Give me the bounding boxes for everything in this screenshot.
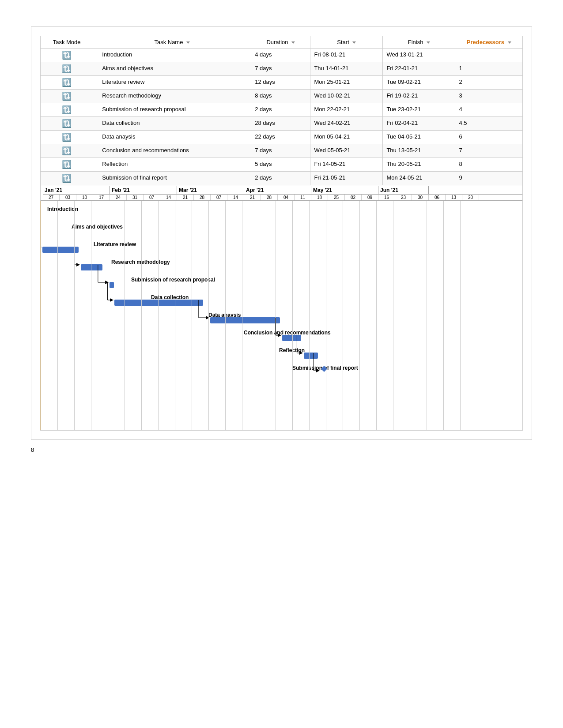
- predecessors-cell: 4,5: [455, 117, 523, 131]
- th-start[interactable]: Start: [310, 36, 383, 49]
- month-label: Mar '21: [177, 186, 244, 194]
- task-mode-cell: 🔃: [41, 76, 93, 90]
- gantt-grid-line: [57, 201, 58, 430]
- gantt-grid-line: [141, 201, 142, 430]
- gantt-grid-line: [175, 201, 175, 430]
- finish-cell: Thu 13-05-21: [383, 144, 455, 158]
- finish-sort-icon: [427, 41, 430, 44]
- start-cell: Fri 08-01-21: [310, 49, 383, 62]
- th-task-name[interactable]: Task Name: [93, 36, 251, 49]
- week-label: 11: [295, 195, 311, 200]
- duration-cell: 7 days: [251, 62, 310, 76]
- gantt-bar-row: Submission of final report: [45, 364, 518, 382]
- gantt-bar-row: Submission of research proposal: [45, 276, 518, 293]
- predecessors-cell: 3: [455, 90, 523, 103]
- gantt-bar: [304, 353, 318, 359]
- start-cell: Mon 05-04-21: [310, 131, 383, 144]
- task-mode-cell: 🔃: [41, 172, 93, 185]
- month-label: Jan '21: [43, 186, 110, 194]
- duration-cell: 12 days: [251, 76, 310, 90]
- task-mode-cell: 🔃: [41, 62, 93, 76]
- duration-cell: 8 days: [251, 90, 310, 103]
- predecessors-cell: 6: [455, 131, 523, 144]
- week-label: 20: [462, 195, 479, 200]
- gantt-task-label: Literature review: [94, 241, 136, 248]
- finish-cell: Fri 19-02-21: [383, 90, 455, 103]
- week-label: 30: [412, 195, 429, 200]
- gantt-grid-line: [208, 201, 209, 430]
- month-label: Apr '21: [244, 186, 311, 194]
- week-label: 14: [227, 195, 244, 200]
- table-row: 🔃Reflection5 daysFri 14-05-21Thu 20-05-2…: [41, 158, 523, 172]
- gantt-grid-line: [74, 201, 75, 430]
- finish-cell: Tue 23-02-21: [383, 103, 455, 117]
- week-label: 14: [160, 195, 177, 200]
- gantt-bar: [81, 264, 102, 270]
- week-label: 07: [211, 195, 227, 200]
- gantt-bar-row: Aims and objectives: [45, 223, 518, 240]
- duration-sort-icon: [291, 41, 295, 44]
- month-labels-row: Jan '21Feb '21Mar '21Apr '21May '21Jun '…: [43, 186, 522, 195]
- gantt-grid-line: [259, 201, 259, 430]
- gantt-bar: [210, 317, 280, 323]
- duration-cell: 2 days: [251, 172, 310, 185]
- gantt-chart-section: Jan '21Feb '21Mar '21Apr '21May '21Jun '…: [40, 185, 523, 431]
- gantt-grid-line: [91, 201, 91, 430]
- task-mode-cell: 🔃: [41, 131, 93, 144]
- table-row: 🔃Data anaysis22 daysMon 05-04-21Tue 04-0…: [41, 131, 523, 144]
- table-row: 🔃Submission of research proposal2 daysMo…: [41, 103, 523, 117]
- week-label: 18: [311, 195, 328, 200]
- gantt-grid-line: [443, 201, 444, 430]
- finish-cell: Tue 04-05-21: [383, 131, 455, 144]
- start-cell: Wed 24-02-21: [310, 117, 383, 131]
- start-cell: Fri 14-05-21: [310, 158, 383, 172]
- task-name-cell: Research methodology: [93, 90, 251, 103]
- gantt-grid-line: [276, 201, 276, 430]
- week-label: 31: [127, 195, 144, 200]
- task-name-cell: Submission of research proposal: [93, 103, 251, 117]
- th-finish[interactable]: Finish: [383, 36, 455, 49]
- task-name-sort-icon: [186, 41, 190, 44]
- week-label: 02: [345, 195, 362, 200]
- th-duration[interactable]: Duration: [251, 36, 310, 49]
- gantt-task-label: Aims and objectives: [72, 224, 123, 230]
- predecessors-cell: 9: [455, 172, 523, 185]
- week-label: 28: [261, 195, 278, 200]
- week-label: 28: [194, 195, 211, 200]
- gantt-grid-line: [158, 201, 159, 430]
- gantt-grid-line: [192, 201, 192, 430]
- month-label: Jun '21: [378, 186, 429, 194]
- task-mode-icon: 🔃: [62, 147, 72, 155]
- table-row: 🔃Submission of final report2 daysFri 21-…: [41, 172, 523, 185]
- gantt-table: Task Mode Task Name Duration Start Finis…: [40, 36, 523, 185]
- th-task-mode[interactable]: Task Mode: [41, 36, 93, 49]
- gantt-grid-line: [292, 201, 293, 430]
- th-predecessors[interactable]: Predecessors: [455, 36, 523, 49]
- gantt-bar-row: Introduction: [45, 205, 518, 223]
- week-label: 13: [446, 195, 462, 200]
- today-line: [41, 201, 41, 430]
- start-cell: Mon 22-02-21: [310, 103, 383, 117]
- task-mode-icon: 🔃: [62, 174, 72, 182]
- table-row: 🔃Research methodology8 daysWed 10-02-21F…: [41, 90, 523, 103]
- gantt-bar-row: Data anaysis: [45, 311, 518, 329]
- task-mode-icon: 🔃: [62, 92, 72, 100]
- gantt-grid-line: [326, 201, 326, 430]
- gantt-bar-row: Literature review: [45, 240, 518, 258]
- task-mode-icon: 🔃: [62, 65, 72, 73]
- week-label: 21: [177, 195, 194, 200]
- week-label: 25: [328, 195, 345, 200]
- duration-cell: 2 days: [251, 103, 310, 117]
- table-row: 🔃Literature review12 daysMon 25-01-21Tue…: [41, 76, 523, 90]
- gantt-grid-line: [242, 201, 242, 430]
- task-mode-cell: 🔃: [41, 90, 93, 103]
- duration-cell: 22 days: [251, 131, 310, 144]
- gantt-task-label: Introduction: [47, 206, 78, 212]
- start-cell: Thu 14-01-21: [310, 62, 383, 76]
- predecessors-cell: 2: [455, 76, 523, 90]
- task-mode-cell: 🔃: [41, 117, 93, 131]
- week-label: 23: [395, 195, 412, 200]
- week-label: 04: [278, 195, 295, 200]
- gantt-bar: [110, 282, 114, 288]
- gantt-grid-line: [427, 201, 427, 430]
